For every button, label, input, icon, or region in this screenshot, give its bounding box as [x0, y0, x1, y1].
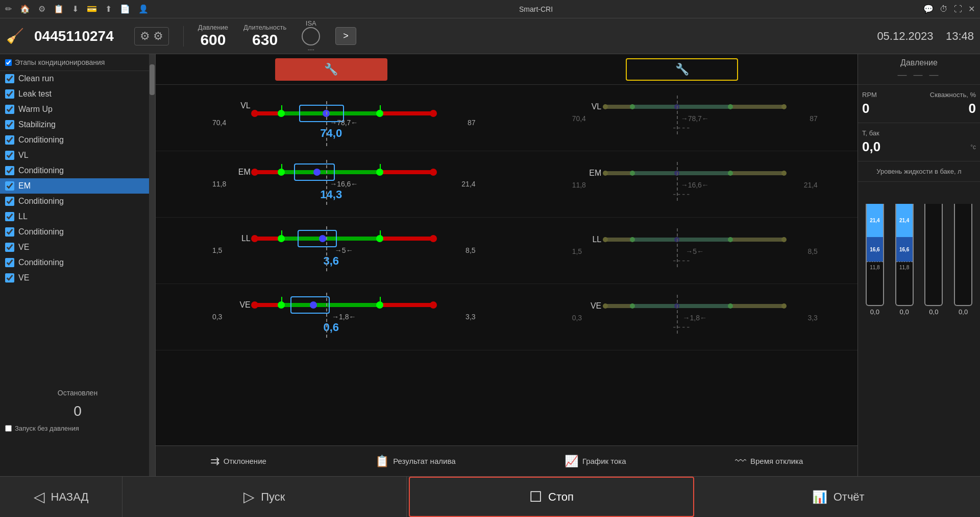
sidebar-item-ve2[interactable]: VE [0, 270, 155, 286]
duration-value: 630 [243, 31, 286, 49]
fill-result-btn[interactable]: 📋 Результат налива [369, 453, 461, 470]
pressure-param: Давление 600 [198, 24, 228, 49]
stack-icon[interactable]: 📋 [54, 4, 64, 14]
clock-icon[interactable]: ⏱ [940, 5, 948, 14]
injector-right-button[interactable]: 🔧 [626, 58, 738, 81]
clean-run-checkbox[interactable] [5, 74, 14, 83]
conditioning-1-checkbox[interactable] [5, 135, 14, 145]
card-icon[interactable]: 💳 [87, 4, 97, 14]
sidebar-item-ll[interactable]: LL [0, 209, 155, 224]
ve2-checkbox[interactable] [5, 273, 14, 283]
response-time-btn[interactable]: 〰 Время отклика [729, 453, 809, 470]
time: 13:48 [946, 30, 974, 42]
vl-left-track[interactable] [255, 111, 433, 115]
sidebar-item-ve[interactable]: VE [0, 240, 155, 255]
sidebar-item-conditioning-3[interactable]: Conditioning [0, 194, 155, 209]
conditioning-3-checkbox[interactable] [5, 197, 14, 206]
em-left-center: →16,6← [330, 180, 358, 188]
conditioning-5-checkbox[interactable] [5, 258, 14, 267]
slider-row-vl: VL [156, 85, 857, 151]
leak-test-checkbox[interactable] [5, 89, 14, 99]
deviation-btn[interactable]: ⇉ Отклонение [204, 453, 273, 470]
temp-section: Т, бак 0,0 °с [858, 123, 980, 161]
arrow-button[interactable]: > [335, 27, 356, 45]
conditioning-1-label: Conditioning [18, 135, 64, 145]
sidebar-item-conditioning-2[interactable]: Conditioning [0, 163, 155, 178]
chat-icon[interactable]: 💬 [923, 4, 934, 14]
pressure-value: 600 [198, 31, 228, 49]
stop-button[interactable]: ☐ Стоп [409, 477, 695, 517]
sidebar-item-conditioning-4[interactable]: Conditioning [0, 224, 155, 240]
sidebar-scrollbar[interactable] [149, 54, 155, 476]
action-bar: ◁ НАЗАД ▷ Пуск ☐ Стоп 📊 Отчёт [0, 476, 980, 517]
tube-4: 0,0 [950, 204, 976, 316]
duration-label: Длительность [243, 24, 286, 31]
conditioning-4-checkbox[interactable] [5, 227, 14, 237]
header-params: Давление 600 Длительность 630 ISA --- > [198, 19, 356, 53]
download-icon[interactable]: ⬇ [72, 4, 79, 14]
conditioning-2-checkbox[interactable] [5, 166, 14, 175]
sliders-icon[interactable]: ⚙ ⚙ [134, 27, 169, 45]
sidebar-item-vl[interactable]: VL [0, 148, 155, 163]
gear-icon[interactable]: ⚙ [38, 4, 45, 14]
stop-label: Стоп [548, 490, 574, 504]
deviation-label: Отклонение [224, 457, 266, 465]
expand-icon[interactable]: ⛶ [954, 5, 962, 14]
sidebar-item-clean-run[interactable]: Clean run [0, 71, 155, 86]
duty-label: Скважность, % [930, 91, 976, 99]
sidebar-item-leak-test[interactable]: Leak test [0, 86, 155, 102]
nopressure-checkbox[interactable] [5, 425, 12, 432]
injector-left-button[interactable]: 🔧 [275, 58, 387, 81]
rpm-values-row: 0 0 [862, 101, 976, 116]
ve2-label: VE [18, 273, 29, 283]
sidebar-item-warm-up[interactable]: Warm Up [0, 102, 155, 117]
sidebar-item-conditioning-1[interactable]: Conditioning [0, 132, 155, 148]
upload-icon[interactable]: ⬆ [105, 4, 112, 14]
em-right-dashes: ---- [673, 189, 691, 200]
tube-3: 0,0 [921, 204, 946, 316]
clipboard-icon[interactable]: 📄 [120, 4, 130, 14]
ll-label: LL [18, 212, 28, 221]
sidebar-item-em[interactable]: EM [0, 178, 155, 194]
sidebar-title-checkbox[interactable] [5, 59, 12, 66]
leak-test-label: Leak test [18, 89, 52, 99]
tube-1-bottom-label: 0,0 [870, 308, 879, 316]
pencil-icon[interactable]: ✏ [5, 4, 12, 14]
ll-checkbox[interactable] [5, 212, 14, 221]
vl-checkbox[interactable] [5, 151, 14, 160]
fill-result-icon: 📋 [375, 455, 389, 468]
vl-left-label: VL [229, 101, 255, 110]
em-label: EM [18, 181, 31, 191]
sidebar-scroll-thumb[interactable] [150, 64, 155, 95]
device-id: 0445110274 [34, 28, 114, 44]
temp-values-row: 0,0 °с [862, 139, 976, 155]
vl-right-max: 87 [810, 114, 818, 123]
close-icon[interactable]: ✕ [968, 4, 975, 14]
tube-2-top-val: 21,4 [899, 218, 909, 223]
current-chart-btn[interactable]: 📈 График тока [558, 453, 632, 470]
fluid-label: Уровень жидкости в баке, л [862, 166, 976, 177]
back-button[interactable]: ◁ НАЗАД [0, 477, 122, 517]
title-bar-left: ✏ 🏠 ⚙ 📋 ⬇ 💳 ⬆ 📄 👤 [5, 4, 149, 14]
start-button[interactable]: ▷ Пуск [122, 477, 407, 517]
main-content: 🔧 🔧 VL [156, 54, 857, 476]
sidebar-item-stabilizing[interactable]: Stabilizing [0, 117, 155, 132]
ve-checkbox[interactable] [5, 243, 14, 252]
injector-headers: 🔧 🔧 [156, 54, 857, 85]
sidebar-title: Этапы кондиционирования [0, 54, 155, 71]
response-time-label: Время отклика [750, 457, 803, 465]
warm-up-checkbox[interactable] [5, 105, 14, 114]
conditioning-2-label: Conditioning [18, 166, 64, 175]
sidebar-item-conditioning-5[interactable]: Conditioning [0, 255, 155, 270]
report-label: Отчёт [834, 490, 865, 504]
em-checkbox[interactable] [5, 181, 14, 191]
ll-left-max: 8,5 [465, 246, 475, 254]
tube-1-top-val: 21,4 [870, 218, 879, 223]
stabilizing-checkbox[interactable] [5, 120, 14, 129]
person-icon[interactable]: 👤 [138, 4, 149, 14]
home-icon[interactable]: 🏠 [20, 4, 30, 14]
wrench-left-icon: 🔧 [324, 63, 338, 76]
app-title: Smart-CRI [519, 5, 553, 13]
report-button[interactable]: 📊 Отчёт [696, 477, 980, 517]
clean-run-label: Clean run [18, 74, 54, 83]
